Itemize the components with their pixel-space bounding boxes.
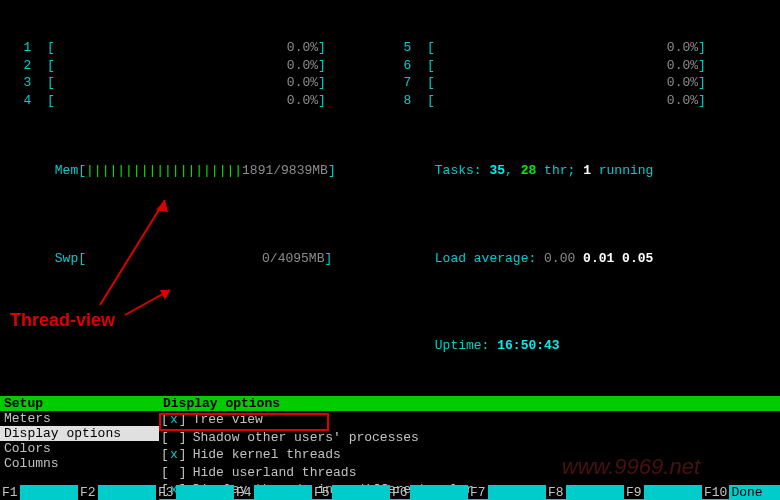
tasks-procs: 35: [489, 163, 505, 178]
setup-title: Setup: [0, 396, 159, 411]
mem-bars: ||||||||||||||||||||: [86, 163, 242, 178]
fkey-F5[interactable]: F5: [312, 485, 390, 500]
option-label: Shadow other users' processes: [193, 429, 419, 447]
fkey-F6[interactable]: F6: [390, 485, 468, 500]
watermark: www.9969.net: [562, 454, 700, 480]
tasks-label: Tasks:: [435, 163, 482, 178]
sidebar-item-display-options[interactable]: Display options: [0, 426, 159, 441]
swp-value: 0/4095MB: [262, 251, 324, 266]
sidebar-item-columns[interactable]: Columns: [0, 456, 159, 471]
sidebar-item-meters[interactable]: Meters: [0, 411, 159, 426]
checkbox-icon: [169, 429, 179, 447]
option-label: Hide kernel threads: [193, 446, 341, 464]
option-label: Tree view: [193, 411, 263, 429]
fkey-F2[interactable]: F2: [78, 485, 156, 500]
tasks-running: 1: [583, 163, 591, 178]
mem-value: 1891/9839MB: [242, 163, 328, 178]
sidebar-item-colors[interactable]: Colors: [0, 441, 159, 456]
annotation-thread-view: Thread-view: [10, 310, 115, 331]
option-0[interactable]: [x]Tree view: [159, 411, 780, 429]
fkey-F7[interactable]: F7: [468, 485, 546, 500]
fkey-F9[interactable]: F9: [624, 485, 702, 500]
fkey-F4[interactable]: F4: [234, 485, 312, 500]
fkey-F3[interactable]: F3: [156, 485, 234, 500]
display-options-title: Display options: [159, 396, 780, 411]
fkey-F8[interactable]: F8: [546, 485, 624, 500]
uptime-value: 16:50:43: [497, 338, 559, 353]
mem-label: Mem: [55, 163, 78, 178]
swp-label: Swp: [55, 251, 78, 266]
option-label: Hide userland threads: [193, 464, 357, 482]
tasks-thr: 28: [521, 163, 537, 178]
loadavg-label: Load average:: [435, 251, 536, 266]
checkbox-icon: x: [169, 411, 179, 429]
checkbox-icon: x: [169, 446, 179, 464]
option-1[interactable]: [ ]Shadow other users' processes: [159, 429, 780, 447]
uptime-label: Uptime:: [435, 338, 490, 353]
fkey-F1[interactable]: F1: [0, 485, 78, 500]
fkey-F10[interactable]: F10Done: [702, 485, 780, 500]
header-meters: 1 [0.0%] 2 [0.0%] 3 [0.0%] 4 [0.0%] 5 [0…: [0, 0, 780, 396]
function-key-bar: F1F2F3F4F5F6F7F8F9F10Done: [0, 485, 780, 500]
checkbox-icon: [169, 464, 179, 482]
